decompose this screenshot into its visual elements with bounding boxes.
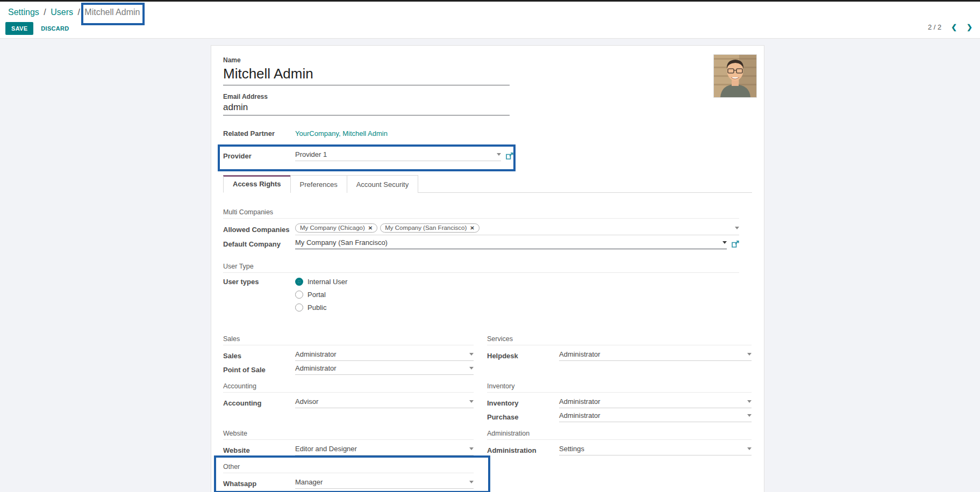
administration-label: Administration	[487, 446, 559, 454]
default-company-external-link-icon[interactable]	[732, 241, 739, 248]
default-company-select[interactable]: My Company (San Francisco)	[295, 238, 727, 249]
user-types-label: User types	[223, 278, 295, 286]
section-inventory: Inventory	[487, 382, 752, 393]
chevron-down-icon[interactable]	[747, 353, 752, 356]
chevron-down-icon[interactable]	[747, 447, 752, 450]
tab-account-security[interactable]: Account Security	[347, 175, 419, 193]
inventory-select[interactable]: Administrator	[559, 397, 752, 408]
tab-preferences[interactable]: Preferences	[290, 175, 347, 193]
chevron-down-icon[interactable]	[747, 414, 752, 417]
allowed-companies-input[interactable]: My Company (Chicago) ✕ My Company (San F…	[295, 223, 739, 235]
pager-count: 2 / 2	[928, 23, 941, 31]
inventory-label: Inventory	[487, 399, 559, 407]
group-administration: Administration Administration Settings	[487, 430, 752, 459]
section-accounting: Accounting	[223, 382, 474, 393]
chevron-down-icon[interactable]	[469, 447, 474, 450]
related-partner-label: Related Partner	[223, 129, 295, 138]
breadcrumb-separator: /	[77, 8, 80, 17]
section-other: Other	[223, 463, 474, 473]
whatsapp-label: Whatsapp	[223, 480, 295, 488]
section-website: Website	[223, 430, 474, 440]
user-form-sheet: Name Mitchell Admin Email Address admin …	[211, 45, 764, 492]
group-other: Other Whatsapp Manager	[223, 463, 474, 492]
email-input[interactable]: admin	[223, 102, 510, 115]
point-of-sale-label: Point of Sale	[223, 366, 295, 374]
provider-external-link-icon[interactable]	[506, 153, 513, 160]
email-label: Email Address	[223, 93, 752, 100]
control-panel: Settings / Users / Mitchell Admin SAVE D…	[0, 2, 980, 39]
chevron-down-icon[interactable]	[469, 353, 474, 356]
remove-tag-icon[interactable]: ✕	[368, 225, 373, 231]
pager-previous-icon[interactable]: ❮	[951, 23, 957, 31]
group-sales: Sales Sales Administrator Point of Sale …	[223, 335, 474, 378]
company-tag-text: My Company (San Francisco)	[385, 225, 467, 231]
chevron-down-icon[interactable]	[469, 481, 474, 483]
provider-select[interactable]: Provider 1	[295, 150, 501, 161]
group-services: Services Helpdesk Administrator	[487, 335, 752, 378]
section-services: Services	[487, 335, 752, 345]
website-label: Website	[223, 446, 295, 454]
provider-label: Provider	[223, 152, 295, 160]
purchase-label: Purchase	[487, 413, 559, 421]
allowed-companies-label: Allowed Companies	[223, 226, 295, 234]
helpdesk-label: Helpdesk	[487, 352, 559, 360]
section-administration: Administration	[487, 430, 752, 440]
provider-value: Provider 1	[295, 150, 493, 158]
radio-unselected-icon[interactable]	[295, 303, 303, 312]
pager-next-icon[interactable]: ❯	[967, 23, 972, 31]
whatsapp-select[interactable]: Manager	[295, 478, 474, 489]
radio-public[interactable]: Public	[295, 303, 347, 312]
website-select[interactable]: Editor and Designer	[295, 445, 474, 455]
pager: 2 / 2 ❮ ❯	[928, 23, 972, 31]
default-company-label: Default Company	[223, 240, 295, 248]
helpdesk-select[interactable]: Administrator	[559, 350, 752, 361]
breadcrumb-users[interactable]: Users	[51, 8, 73, 17]
save-button[interactable]: SAVE	[5, 22, 33, 35]
radio-selected-icon[interactable]	[295, 278, 303, 286]
chevron-down-icon[interactable]	[735, 227, 739, 229]
default-company-value: My Company (San Francisco)	[295, 238, 719, 247]
section-multi-companies: Multi Companies	[223, 208, 739, 219]
administration-select[interactable]: Settings	[559, 445, 752, 455]
discard-button[interactable]: DISCARD	[41, 25, 69, 32]
group-inventory: Inventory Inventory Administrator Purcha…	[487, 382, 752, 425]
radio-unselected-icon[interactable]	[295, 291, 303, 299]
related-partner-link[interactable]: YourCompany, Mitchell Admin	[295, 129, 388, 138]
name-label: Name	[223, 56, 752, 64]
company-tag-text: My Company (Chicago)	[300, 225, 365, 231]
sales-select[interactable]: Administrator	[295, 350, 474, 361]
accounting-label: Accounting	[223, 399, 295, 407]
radio-portal[interactable]: Portal	[295, 291, 347, 299]
radio-internal-user[interactable]: Internal User	[295, 278, 347, 286]
remove-tag-icon[interactable]: ✕	[470, 225, 474, 231]
breadcrumb-current-record: Mitchell Admin	[84, 8, 140, 17]
window-top-edge	[0, 0, 980, 2]
breadcrumb: Settings / Users / Mitchell Admin	[8, 8, 140, 17]
section-sales: Sales	[223, 335, 474, 345]
chevron-down-icon[interactable]	[469, 367, 474, 370]
breadcrumb-separator: /	[44, 8, 46, 17]
chevron-down-icon[interactable]	[469, 400, 474, 403]
tab-access-rights[interactable]: Access Rights	[223, 175, 291, 193]
group-website: Website Website Editor and Designer	[223, 430, 474, 459]
chevron-down-icon[interactable]	[723, 241, 727, 244]
point-of-sale-select[interactable]: Administrator	[295, 364, 474, 375]
purchase-select[interactable]: Administrator	[559, 411, 752, 422]
name-input[interactable]: Mitchell Admin	[223, 65, 510, 85]
sales-label: Sales	[223, 352, 295, 360]
access-rights-panel: Multi Companies Allowed Companies My Com…	[223, 193, 752, 492]
chevron-down-icon[interactable]	[747, 400, 752, 403]
company-tag: My Company (San Francisco) ✕	[380, 223, 480, 233]
section-user-type: User Type	[223, 263, 739, 273]
chevron-down-icon[interactable]	[497, 153, 501, 156]
breadcrumb-settings[interactable]: Settings	[8, 8, 39, 17]
accounting-select[interactable]: Advisor	[295, 397, 474, 408]
group-accounting: Accounting Accounting Advisor	[223, 382, 474, 425]
notebook-tabs: Access Rights Preferences Account Securi…	[223, 175, 752, 193]
company-tag: My Company (Chicago) ✕	[295, 223, 377, 233]
